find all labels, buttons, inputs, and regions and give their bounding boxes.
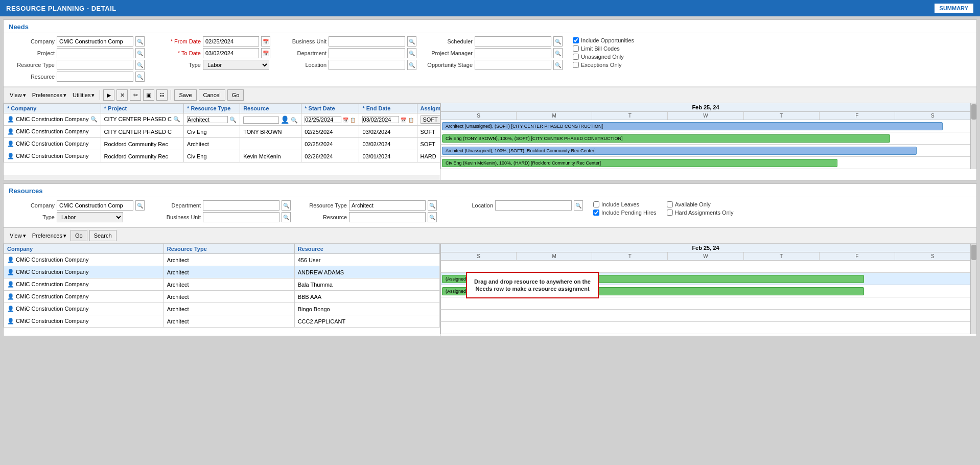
resources-grid-scroll[interactable]: Company Resource Type Resource 👤 CMiC Co…: [4, 244, 440, 336]
include-pending-hires-label[interactable]: Include Pending Hires: [593, 210, 657, 216]
scheduler-search-icon[interactable]: 🔍: [553, 36, 563, 46]
res-gantt-scrollbar-v[interactable]: [970, 244, 976, 334]
res-row2-company: 👤 CMiC Construction Company: [4, 266, 164, 278]
list-item[interactable]: 👤 CMiC Construction Company Architect BB…: [4, 291, 440, 303]
row4-end-date: 03/01/2024: [359, 150, 417, 162]
opportunity-stage-input[interactable]: [475, 60, 551, 70]
res-location-input[interactable]: [495, 200, 572, 211]
res-company-search-icon[interactable]: 🔍: [135, 200, 145, 211]
delete-icon[interactable]: ✕: [116, 89, 128, 101]
include-opportunities-label[interactable]: Include Opportunities: [573, 37, 634, 43]
needs-filter-col2: * From Date 📅 * To Date 📅 Type Labor Equ…: [155, 36, 270, 83]
res-type-select[interactable]: Labor Equipment: [57, 212, 123, 222]
business-unit-search-icon[interactable]: 🔍: [407, 36, 416, 46]
res-business-unit-search-icon[interactable]: 🔍: [282, 212, 291, 222]
location-search-icon-needs[interactable]: 🔍: [407, 60, 416, 70]
unassigned-only-label[interactable]: Unassigned Only: [573, 54, 634, 60]
needs-preferences-dropdown[interactable]: Preferences ▾: [30, 91, 68, 100]
needs-filter-col4: Scheduler 🔍 Project Manager 🔍 Opportunit…: [427, 36, 563, 83]
include-leaves-label[interactable]: Include Leaves: [593, 201, 657, 207]
company-input[interactable]: [57, 36, 133, 46]
exceptions-only-checkbox[interactable]: [573, 62, 579, 68]
res-row6-company: 👤 CMiC Construction Company: [4, 315, 164, 328]
res-location-search-icon[interactable]: 🔍: [574, 200, 583, 211]
day-s2: S: [895, 112, 970, 120]
hard-assignments-only-checkbox[interactable]: [667, 210, 673, 216]
type-select[interactable]: Labor Equipment: [203, 60, 269, 70]
company-search-icon[interactable]: 🔍: [135, 36, 145, 46]
project-input[interactable]: [57, 48, 133, 58]
res-department-input[interactable]: [203, 200, 279, 211]
needs-gantt-scrollbar-v[interactable]: [970, 103, 976, 169]
res-row1-company: 👤 CMiC Construction Company: [4, 254, 164, 266]
res-resource-search-icon[interactable]: 🔍: [428, 212, 437, 222]
scheduler-input[interactable]: [475, 36, 551, 46]
type-label: Type: [155, 62, 201, 68]
from-date-cal-icon[interactable]: 📅: [261, 36, 270, 46]
limit-bill-codes-checkbox[interactable]: [573, 45, 579, 52]
res-department-label: Department: [155, 202, 201, 208]
list-item[interactable]: 👤 CMiC Construction Company Architect Ba…: [4, 278, 440, 291]
res-go-button[interactable]: Go: [71, 230, 87, 241]
res-row1-type: Architect: [164, 254, 294, 266]
summary-button[interactable]: SUMMARY: [934, 3, 974, 13]
res-view-dropdown[interactable]: View ▾: [8, 231, 28, 240]
app-title: RESOURCE PLANNING - DETAIL: [6, 5, 116, 12]
business-unit-input[interactable]: [329, 36, 405, 46]
available-only-checkbox[interactable]: [667, 201, 673, 207]
resource-type-input[interactable]: [57, 60, 133, 70]
res-resource-type-input[interactable]: [349, 200, 426, 211]
unassigned-only-checkbox[interactable]: [573, 54, 579, 60]
res-resource-input[interactable]: [349, 212, 426, 222]
cancel-button[interactable]: Cancel: [199, 89, 225, 101]
resources-section: Resources Company 🔍 Type Labor Equipment…: [3, 183, 977, 336]
grid-icon[interactable]: ☷: [156, 89, 168, 101]
needs-view-dropdown[interactable]: View ▾: [8, 91, 28, 100]
res-preferences-dropdown[interactable]: Preferences ▾: [30, 231, 68, 240]
department-search-icon-needs[interactable]: 🔍: [407, 48, 416, 58]
resources-toolbar: View ▾ Preferences ▾ Go Search: [4, 227, 976, 244]
copy-icon[interactable]: ▣: [143, 89, 154, 101]
resource-search-icon[interactable]: 🔍: [135, 72, 145, 82]
include-leaves-checkbox[interactable]: [593, 201, 599, 207]
limit-bill-codes-label[interactable]: Limit Bill Codes: [573, 45, 634, 52]
hard-assignments-only-label[interactable]: Hard Assignments Only: [667, 210, 734, 216]
needs-utilities-dropdown[interactable]: Utilities ▾: [71, 91, 97, 100]
include-opportunities-checkbox[interactable]: [573, 37, 579, 43]
to-date-input[interactable]: [203, 48, 259, 58]
res-resource-type-search-icon[interactable]: 🔍: [428, 200, 437, 211]
list-item[interactable]: 👤 CMiC Construction Company Architect AN…: [4, 266, 440, 278]
res-department-search-icon[interactable]: 🔍: [282, 200, 291, 211]
location-input-needs[interactable]: [329, 60, 405, 70]
from-date-input[interactable]: [203, 36, 259, 46]
project-manager-input[interactable]: [475, 48, 551, 58]
department-input-needs[interactable]: [329, 48, 405, 58]
opportunity-stage-search-icon[interactable]: 🔍: [553, 60, 563, 70]
new-row-icon[interactable]: ▶: [103, 89, 114, 101]
project-manager-search-icon[interactable]: 🔍: [553, 48, 563, 58]
project-search-icon[interactable]: 🔍: [135, 48, 145, 58]
cut-icon[interactable]: ✂: [130, 89, 141, 101]
available-only-label[interactable]: Available Only: [667, 201, 734, 207]
needs-grid-scroll[interactable]: * Company * Project * Resource Type Reso…: [4, 103, 440, 175]
row3-resource: [240, 138, 301, 150]
table-row: 👤 CMiC Construction Company Rockford Com…: [4, 150, 440, 162]
needs-filters: Company 🔍 Project 🔍 Resource Type 🔍 Reso…: [4, 33, 976, 87]
include-pending-hires-checkbox[interactable]: [593, 210, 599, 216]
needs-bar-3: Architect (Unassigned), 100%, (SOFT) [Ro…: [442, 147, 917, 155]
resource-input[interactable]: [57, 72, 133, 82]
row1-company: 👤 CMiC Construction Company 🔍: [4, 113, 101, 126]
list-item[interactable]: 👤 CMiC Construction Company Architect Bi…: [4, 303, 440, 315]
save-button[interactable]: Save: [174, 89, 196, 101]
res-search-button[interactable]: Search: [89, 230, 116, 241]
resource-type-search-icon[interactable]: 🔍: [135, 60, 145, 70]
res-business-unit-input[interactable]: [203, 212, 279, 222]
to-date-cal-icon[interactable]: 📅: [261, 48, 270, 58]
res-company-input[interactable]: [57, 200, 133, 211]
list-item[interactable]: 👤 CMiC Construction Company Architect 45…: [4, 254, 440, 266]
needs-go-button[interactable]: Go: [227, 89, 244, 101]
list-item[interactable]: 👤 CMiC Construction Company Architect CC…: [4, 315, 440, 328]
day-f: F: [820, 112, 895, 120]
needs-bar-2: Civ Eng (TONY BROWN), 100%, (SOFT) [CITY…: [442, 134, 890, 143]
exceptions-only-label[interactable]: Exceptions Only: [573, 62, 634, 68]
